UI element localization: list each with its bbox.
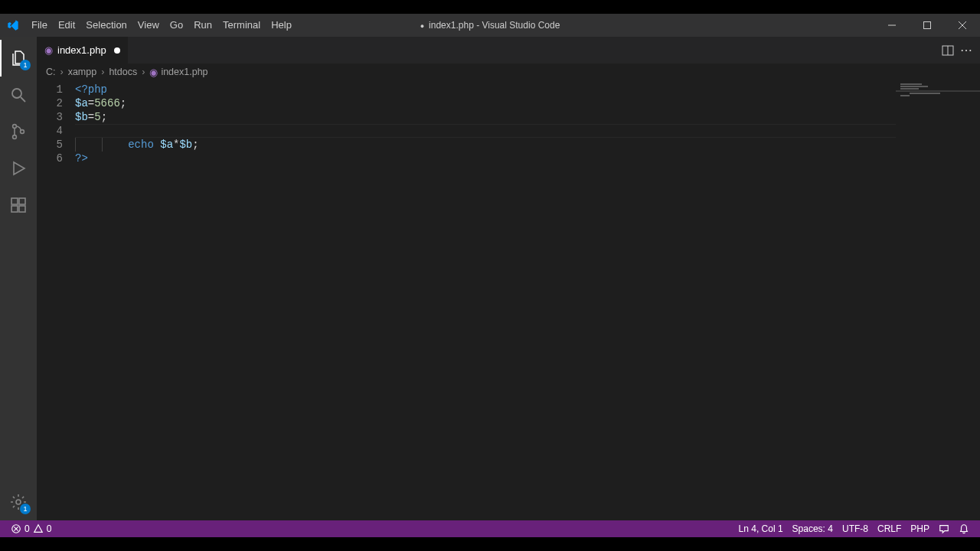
svg-rect-11 bbox=[19, 206, 25, 212]
line-number: 3 bbox=[37, 110, 63, 124]
line-number: 6 bbox=[37, 152, 63, 165]
line-number-gutter: 123456 bbox=[37, 80, 75, 520]
menu-selection[interactable]: Selection bbox=[80, 14, 132, 37]
activity-extensions[interactable] bbox=[0, 187, 37, 223]
svg-rect-1 bbox=[924, 22, 931, 29]
svg-rect-9 bbox=[11, 198, 18, 204]
php-file-icon: ◉ bbox=[149, 67, 158, 78]
svg-point-6 bbox=[13, 125, 17, 129]
more-actions-icon[interactable]: ⋯ bbox=[960, 44, 972, 57]
line-number: 5 bbox=[37, 138, 63, 152]
svg-point-13 bbox=[16, 500, 21, 504]
breadcrumb-file[interactable]: index1.php bbox=[161, 67, 207, 77]
svg-point-8 bbox=[21, 130, 24, 134]
svg-line-5 bbox=[21, 97, 25, 102]
titlebar: File Edit Selection View Go Run Terminal… bbox=[0, 14, 980, 37]
menu-file[interactable]: File bbox=[26, 14, 53, 37]
menu-edit[interactable]: Edit bbox=[53, 14, 80, 37]
editor[interactable]: 123456 <?php$a=5666;$b=5; echo $a*$b;?> bbox=[37, 80, 980, 520]
debug-icon bbox=[9, 159, 28, 178]
tab-bar: ◉ index1.php ⋯ bbox=[37, 37, 980, 64]
status-language[interactable]: PHP bbox=[906, 523, 934, 534]
code-line[interactable]: <?php bbox=[75, 83, 980, 96]
code-line[interactable]: $a=5666; bbox=[75, 96, 980, 110]
status-encoding[interactable]: UTF-8 bbox=[838, 523, 873, 534]
source-control-icon bbox=[9, 122, 28, 141]
line-number: 1 bbox=[37, 83, 63, 96]
search-icon bbox=[9, 86, 28, 104]
status-error-count: 0 bbox=[24, 523, 30, 534]
activity-bar: 1 1 bbox=[0, 37, 37, 520]
code-line[interactable]: echo $a*$b; bbox=[75, 138, 980, 152]
error-icon bbox=[11, 523, 21, 534]
status-warning-count: 0 bbox=[47, 523, 52, 534]
menu-terminal[interactable]: Terminal bbox=[217, 14, 266, 37]
menu-view[interactable]: View bbox=[132, 14, 165, 37]
svg-point-7 bbox=[13, 135, 17, 139]
vscode-logo-icon bbox=[0, 19, 26, 31]
window-minimize-button[interactable] bbox=[874, 14, 910, 37]
svg-rect-10 bbox=[11, 206, 18, 212]
bell-icon bbox=[959, 523, 969, 534]
menu-go[interactable]: Go bbox=[165, 14, 188, 37]
code-area[interactable]: <?php$a=5666;$b=5; echo $a*$b;?> bbox=[75, 80, 980, 520]
code-line[interactable] bbox=[75, 124, 980, 138]
warning-icon bbox=[33, 523, 44, 534]
svg-rect-12 bbox=[19, 198, 25, 204]
status-bar: 0 0 Ln 4, Col 1 Spaces: 4 UTF-8 CRLF PHP bbox=[0, 520, 980, 537]
feedback-icon bbox=[939, 523, 949, 534]
status-indentation[interactable]: Spaces: 4 bbox=[788, 523, 838, 534]
line-number: 4 bbox=[37, 124, 63, 138]
split-editor-icon[interactable] bbox=[942, 44, 954, 57]
chevron-right-icon: › bbox=[60, 67, 64, 77]
breadcrumb[interactable]: C: › xampp › htdocs › ◉ index1.php bbox=[37, 64, 980, 80]
manage-badge: 1 bbox=[20, 504, 31, 514]
editor-group: ◉ index1.php ⋯ C: › xampp › htdocs › bbox=[37, 37, 980, 520]
window-maximize-button[interactable] bbox=[910, 14, 945, 37]
menu-run[interactable]: Run bbox=[188, 14, 217, 37]
chevron-right-icon: › bbox=[142, 67, 145, 77]
tab-modified-indicator bbox=[114, 47, 120, 54]
activity-run-debug[interactable] bbox=[0, 150, 37, 187]
status-cursor-position[interactable]: Ln 4, Col 1 bbox=[734, 523, 788, 534]
menu-help[interactable]: Help bbox=[266, 14, 297, 37]
app-window: File Edit Selection View Go Run Terminal… bbox=[0, 14, 980, 537]
minimap[interactable] bbox=[896, 80, 980, 520]
code-line[interactable]: $b=5; bbox=[75, 110, 980, 124]
status-eol[interactable]: CRLF bbox=[873, 523, 906, 534]
status-problems[interactable]: 0 0 bbox=[6, 520, 56, 537]
line-number: 2 bbox=[37, 96, 63, 110]
activity-source-control[interactable] bbox=[0, 113, 37, 150]
chevron-right-icon: › bbox=[101, 67, 104, 77]
status-notifications[interactable] bbox=[954, 523, 974, 534]
php-file-icon: ◉ bbox=[44, 44, 53, 56]
breadcrumb-segment[interactable]: C: bbox=[46, 67, 56, 77]
breadcrumb-segment[interactable]: xampp bbox=[68, 67, 97, 77]
svg-point-4 bbox=[12, 89, 21, 98]
activity-explorer[interactable]: 1 bbox=[0, 40, 37, 77]
menubar: File Edit Selection View Go Run Terminal… bbox=[26, 14, 297, 37]
code-line[interactable]: ?> bbox=[75, 152, 980, 165]
explorer-badge: 1 bbox=[20, 60, 31, 70]
tab-index1-php[interactable]: ◉ index1.php bbox=[37, 37, 129, 64]
extensions-icon bbox=[9, 196, 28, 214]
breadcrumb-segment[interactable]: htdocs bbox=[109, 67, 137, 77]
tab-label: index1.php bbox=[57, 44, 106, 56]
activity-manage[interactable]: 1 bbox=[0, 484, 37, 520]
activity-search[interactable] bbox=[0, 77, 37, 113]
status-feedback[interactable] bbox=[934, 523, 954, 534]
window-close-button[interactable] bbox=[945, 14, 980, 37]
